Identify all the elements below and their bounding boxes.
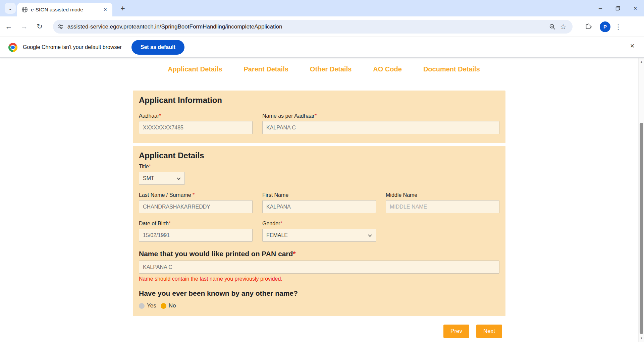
- dob-input[interactable]: [139, 229, 253, 242]
- first-name-field-group: First Name: [262, 192, 376, 213]
- extensions-icon[interactable]: [583, 21, 594, 33]
- tab-parent-details[interactable]: Parent Details: [244, 65, 288, 73]
- aadhaar-label: Aadhaar*: [139, 113, 253, 119]
- other-name-question: Have you ever been known by any other na…: [139, 289, 499, 297]
- profile-avatar[interactable]: P: [600, 21, 610, 32]
- globe-icon: [21, 6, 28, 13]
- address-bar[interactable]: assisted-service.egov.proteantech.in/Spr…: [53, 20, 573, 34]
- toolbar-right: P ⋮: [583, 20, 623, 34]
- default-browser-infobar: Google Chrome isn't your default browser…: [0, 37, 644, 58]
- first-name-input[interactable]: [262, 200, 376, 213]
- scroll-down-icon[interactable]: ▼: [639, 335, 644, 341]
- gender-field-group: Gender* FEMALE: [262, 221, 376, 242]
- page-content: Applicant Details Parent Details Other D…: [0, 58, 638, 342]
- title-select-value: SMT: [143, 175, 154, 181]
- aadhaar-name-label: Name as per Aadhaar*: [262, 113, 499, 119]
- chevron-down-icon: ⌄: [8, 5, 12, 11]
- first-name-label: First Name: [262, 192, 376, 198]
- applicant-information-heading: Applicant Information: [139, 96, 499, 105]
- window-close-icon[interactable]: ✕: [627, 0, 644, 16]
- tab-search-button[interactable]: ⌄: [5, 3, 16, 14]
- title-label: Title*: [139, 164, 499, 170]
- radio-no-label: No: [169, 302, 176, 309]
- last-name-input[interactable]: [139, 200, 253, 213]
- required-asterisk: *: [293, 250, 296, 258]
- tab-document-details[interactable]: Document Details: [423, 65, 480, 73]
- scrollbar-thumb[interactable]: [640, 123, 643, 334]
- site-settings-icon[interactable]: [58, 24, 63, 30]
- menu-dots-icon[interactable]: ⋮: [613, 21, 623, 33]
- zoom-icon[interactable]: [547, 21, 558, 32]
- window-controls: ─ ✕: [592, 0, 644, 16]
- tab-strip: ⌄ e-SIGN assisted mode ✕ + ─ ✕: [0, 0, 644, 16]
- chevron-down-icon: [177, 175, 181, 181]
- tab-applicant-details[interactable]: Applicant Details: [168, 65, 222, 73]
- aadhaar-name-input[interactable]: [262, 121, 499, 134]
- gender-select-value: FEMALE: [266, 232, 288, 238]
- infobar-message: Google Chrome isn't your default browser: [23, 44, 122, 50]
- bookmark-star-icon[interactable]: ☆: [558, 21, 569, 32]
- radio-yes[interactable]: [139, 303, 145, 309]
- next-button[interactable]: Next: [476, 325, 502, 338]
- last-name-field-group: Last Name / Surname *: [139, 192, 253, 213]
- aadhaar-field-group: Aadhaar*: [139, 113, 253, 134]
- restore-icon[interactable]: [609, 0, 627, 16]
- required-asterisk: *: [280, 221, 282, 226]
- back-icon[interactable]: ←: [2, 20, 15, 33]
- scroll-up-icon[interactable]: ▲: [639, 59, 644, 65]
- browser-tab[interactable]: e-SIGN assisted mode ✕: [17, 3, 112, 16]
- required-asterisk: *: [315, 113, 317, 119]
- forward-icon[interactable]: →: [17, 20, 31, 33]
- middle-name-input[interactable]: [386, 200, 499, 213]
- applicant-details-heading: Applicant Details: [139, 151, 499, 160]
- page-scrollbar[interactable]: ▲ ▼: [638, 58, 644, 342]
- radio-no[interactable]: [161, 303, 166, 309]
- infobar-close-icon[interactable]: ✕: [627, 40, 638, 52]
- pan-name-input[interactable]: [139, 261, 499, 274]
- pan-name-heading: Name that you would like printed on PAN …: [139, 250, 499, 258]
- other-name-radio-group: Yes No: [139, 302, 499, 309]
- set-as-default-button[interactable]: Set as default: [131, 40, 184, 55]
- aadhaar-input[interactable]: [139, 121, 253, 134]
- tab-ao-code[interactable]: AO Code: [373, 65, 402, 73]
- applicant-information-card: Applicant Information Aadhaar* Name as p…: [133, 91, 505, 143]
- middle-name-field-group: Middle Name: [386, 192, 499, 213]
- browser-toolbar: ← → ↻ assisted-service.egov.proteantech.…: [0, 16, 644, 37]
- pan-name-error: Name should contain the last name you pr…: [139, 276, 499, 282]
- form-actions: Prev Next: [133, 325, 505, 338]
- required-asterisk: *: [149, 164, 151, 169]
- prev-button[interactable]: Prev: [443, 325, 469, 338]
- form-step-tabs: Applicant Details Parent Details Other D…: [9, 65, 638, 73]
- aadhaar-name-field-group: Name as per Aadhaar*: [262, 113, 499, 134]
- dob-field-group: Date of Birth*: [139, 221, 253, 242]
- required-asterisk: *: [191, 192, 195, 198]
- minimize-icon[interactable]: ─: [592, 0, 609, 16]
- radio-yes-label: Yes: [147, 302, 156, 309]
- middle-name-label: Middle Name: [386, 192, 499, 198]
- reload-icon[interactable]: ↻: [33, 20, 46, 33]
- applicant-details-card: Applicant Details Title* SMT Last Name /…: [133, 146, 505, 316]
- chrome-logo-icon: [8, 43, 17, 52]
- last-name-label: Last Name / Surname *: [139, 192, 253, 198]
- dob-label: Date of Birth*: [139, 221, 253, 227]
- tab-other-details[interactable]: Other Details: [310, 65, 352, 73]
- url-text[interactable]: assisted-service.egov.proteantech.in/Spr…: [67, 23, 547, 30]
- toolbar-separator: [597, 23, 597, 31]
- gender-label: Gender*: [262, 221, 376, 227]
- gender-select[interactable]: FEMALE: [262, 229, 376, 242]
- chevron-down-icon: [368, 232, 372, 238]
- required-asterisk: *: [159, 113, 161, 119]
- tab-title: e-SIGN assisted mode: [31, 7, 102, 13]
- required-asterisk: *: [169, 221, 171, 226]
- tab-close-icon[interactable]: ✕: [102, 6, 109, 13]
- new-tab-button[interactable]: +: [118, 4, 127, 13]
- title-select[interactable]: SMT: [139, 172, 185, 185]
